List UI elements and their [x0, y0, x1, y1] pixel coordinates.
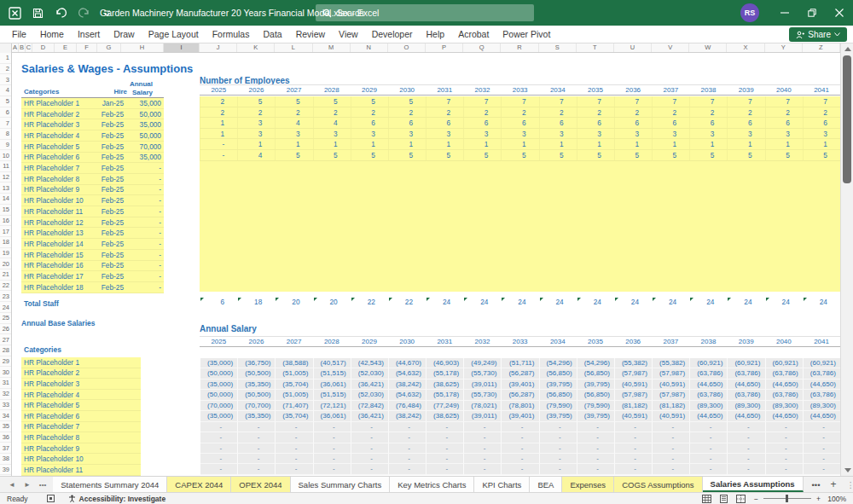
ribbon-tab-review[interactable]: Review: [289, 26, 332, 43]
salary-empty-cell[interactable]: -: [577, 443, 615, 454]
sheet-tab-bea[interactable]: BEA: [530, 477, 562, 492]
employee-count-cell[interactable]: 6: [426, 118, 463, 128]
staff-salary-cell[interactable]: 70,000: [124, 142, 164, 151]
employee-count-cell[interactable]: 6: [577, 118, 614, 128]
staff-salary-cell[interactable]: -: [124, 272, 164, 281]
employee-count-cell[interactable]: 5: [539, 150, 577, 160]
employees-total-cell[interactable]: 24: [463, 297, 501, 308]
salary-cell[interactable]: (89,300): [804, 401, 840, 411]
salary-cell[interactable]: (51,005): [276, 390, 313, 400]
staff-category-cell[interactable]: HR Placeholder 9: [21, 185, 90, 194]
salary-cell[interactable]: (79,590): [540, 401, 577, 411]
salary-empty-cell[interactable]: -: [615, 443, 653, 454]
employee-count-cell[interactable]: 2: [689, 107, 727, 118]
employee-count-cell[interactable]: 5: [765, 150, 803, 160]
staff-category-cell[interactable]: HR Placeholder 8: [21, 175, 90, 183]
employee-count-cell[interactable]: 6: [463, 118, 501, 128]
base-category-cell[interactable]: HR Placeholder 1: [21, 357, 141, 368]
employee-count-cell[interactable]: 3: [689, 129, 727, 139]
minimize-button[interactable]: [771, 0, 798, 26]
employee-count-cell[interactable]: 2: [614, 107, 652, 118]
row-header-7[interactable]: 7: [0, 118, 11, 129]
salary-cell[interactable]: (81,182): [653, 401, 690, 411]
base-category-cell[interactable]: HR Placeholder 3: [21, 379, 141, 390]
salary-cell[interactable]: (39,795): [577, 411, 615, 421]
salary-cell[interactable]: (39,795): [540, 411, 577, 421]
salary-cell[interactable]: (36,421): [351, 411, 389, 421]
salary-cell[interactable]: (39,795): [540, 379, 577, 390]
zoom-slider[interactable]: [763, 498, 811, 499]
employee-count-cell[interactable]: 7: [803, 96, 840, 107]
salary-empty-cell[interactable]: -: [389, 432, 426, 443]
salary-empty-cell[interactable]: -: [577, 464, 615, 474]
staff-hire-cell[interactable]: Feb-25: [90, 142, 124, 151]
salary-empty-cell[interactable]: -: [766, 432, 804, 443]
staff-category-cell[interactable]: HR Placeholder 10: [21, 196, 90, 205]
salary-cell[interactable]: (54,632): [389, 390, 426, 400]
salary-cell[interactable]: (56,850): [540, 368, 577, 379]
salary-cell[interactable]: (70,000): [200, 401, 238, 411]
ribbon-tab-page-layout[interactable]: Page Layout: [142, 26, 206, 43]
total-staff-label[interactable]: Total Staff: [24, 299, 59, 308]
staff-category-cell[interactable]: HR Placeholder 17: [21, 272, 90, 281]
year-header-2040[interactable]: 2040: [765, 337, 803, 346]
year-header-2037[interactable]: 2037: [652, 337, 689, 346]
year-header-2040[interactable]: 2040: [765, 85, 803, 95]
salary-empty-cell[interactable]: -: [200, 464, 238, 474]
employee-count-cell[interactable]: 2: [652, 107, 689, 118]
employee-count-cell[interactable]: 7: [426, 96, 463, 107]
salary-cell[interactable]: (51,711): [502, 358, 539, 368]
staff-hire-cell[interactable]: Feb-25: [90, 240, 124, 248]
restore-button[interactable]: [798, 0, 826, 26]
salary-cell[interactable]: (38,242): [389, 379, 426, 390]
salary-cell[interactable]: (36,061): [314, 411, 351, 421]
salary-cell[interactable]: (35,000): [200, 411, 238, 421]
year-header-2041[interactable]: 2041: [803, 85, 840, 95]
salary-cell[interactable]: (76,484): [389, 401, 426, 411]
employee-count-cell[interactable]: 1: [463, 139, 501, 149]
employees-total-cell[interactable]: 20: [313, 297, 351, 308]
year-header-2032[interactable]: 2032: [463, 85, 501, 95]
column-header-o[interactable]: O: [388, 43, 426, 52]
employee-count-cell[interactable]: 2: [200, 107, 237, 118]
salary-cell[interactable]: (57,987): [615, 390, 653, 400]
staff-hire-cell[interactable]: Feb-25: [90, 207, 124, 216]
staff-hire-cell[interactable]: Feb-25: [90, 218, 124, 227]
year-header-2039[interactable]: 2039: [727, 337, 764, 346]
zoom-out-button[interactable]: −: [754, 495, 758, 503]
salary-cell[interactable]: (44,650): [728, 411, 765, 421]
employee-count-cell[interactable]: -: [200, 139, 237, 149]
ribbon-tab-home[interactable]: Home: [33, 26, 71, 43]
sheet-tab-statements-summary-2044[interactable]: Statements Summary 2044: [53, 477, 167, 492]
column-header-y[interactable]: Y: [765, 43, 803, 52]
staff-hire-cell[interactable]: Jan-25: [90, 99, 124, 107]
salary-cell[interactable]: (60,921): [766, 358, 804, 368]
base-categories-label[interactable]: Categories: [24, 345, 61, 354]
staff-category-cell[interactable]: HR Placeholder 4: [21, 131, 90, 140]
page-break-view-icon[interactable]: [736, 495, 746, 503]
undo-button[interactable]: [53, 5, 68, 20]
salary-empty-cell[interactable]: -: [728, 432, 765, 443]
salary-cell[interactable]: (56,287): [502, 390, 539, 400]
employee-count-cell[interactable]: 2: [539, 107, 577, 118]
base-category-cell[interactable]: HR Placeholder 6: [21, 411, 141, 422]
sheet-tab-salaries-assumptions[interactable]: Salaries Assumptions: [703, 477, 804, 492]
column-header-p[interactable]: P: [426, 43, 463, 52]
employee-count-cell[interactable]: 3: [237, 129, 275, 139]
staff-hire-cell[interactable]: Feb-25: [90, 131, 124, 140]
staff-salary-cell[interactable]: -: [124, 185, 164, 194]
salary-empty-cell[interactable]: -: [276, 454, 313, 464]
column-header-q[interactable]: Q: [463, 43, 501, 52]
salary-empty-cell[interactable]: -: [238, 443, 276, 454]
employee-count-cell[interactable]: 7: [727, 96, 764, 107]
staff-salary-cell[interactable]: 50,000: [124, 110, 164, 119]
salary-cell[interactable]: (57,987): [653, 390, 690, 400]
salary-empty-cell[interactable]: -: [426, 464, 464, 474]
salary-empty-cell[interactable]: -: [502, 443, 539, 454]
salary-cell[interactable]: (55,382): [615, 358, 653, 368]
salary-cell[interactable]: (63,786): [690, 390, 728, 400]
employee-count-cell[interactable]: 1: [539, 139, 577, 149]
column-header-b[interactable]: B: [19, 43, 26, 52]
employee-count-cell[interactable]: 1: [727, 139, 764, 149]
salary-cell[interactable]: (60,921): [804, 358, 840, 368]
